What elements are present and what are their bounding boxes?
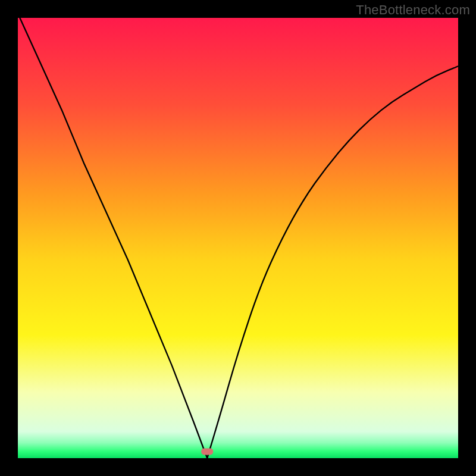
chart-frame: TheBottleneck.com — [0, 0, 476, 476]
watermark-text: TheBottleneck.com — [356, 2, 470, 18]
bottleneck-plot — [18, 18, 458, 458]
gradient-background — [18, 18, 458, 458]
optimum-marker — [201, 448, 213, 455]
